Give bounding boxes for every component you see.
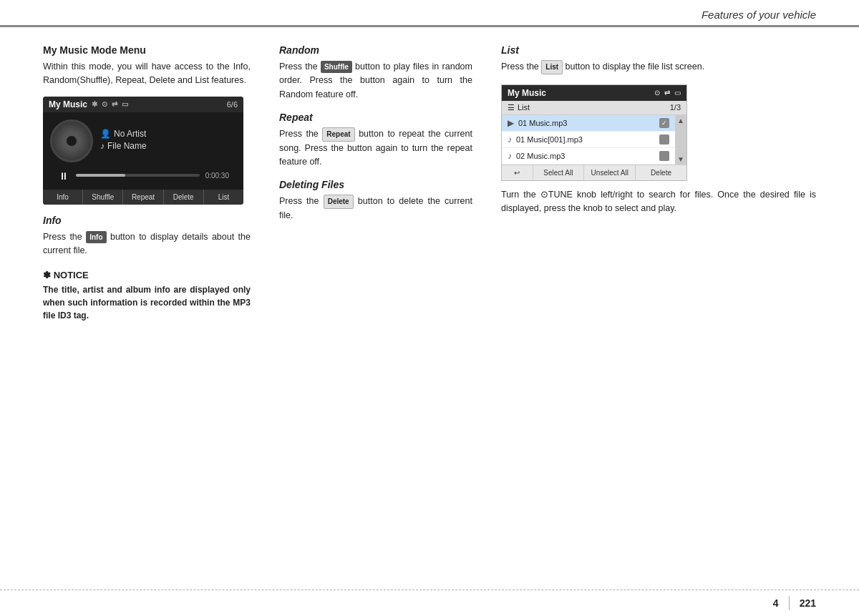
col-right: List Press the List button to display th… bbox=[487, 44, 816, 322]
list-back-btn[interactable]: ↩ bbox=[502, 165, 533, 180]
list-subheader: ☰ List 1/3 bbox=[502, 101, 686, 115]
progress-bar-container bbox=[76, 174, 200, 178]
list-item[interactable]: ♪ 01 Music[001].mp3 bbox=[502, 132, 675, 148]
scroll-down-arrow[interactable]: ▼ bbox=[677, 155, 684, 163]
random-body: Press the Shuffle button to play files i… bbox=[279, 60, 472, 102]
player-album-art bbox=[50, 119, 93, 162]
player-icon-star: ✱ bbox=[92, 100, 97, 108]
random-title: Random bbox=[279, 44, 472, 56]
delete-body: Press the Delete button to delete the cu… bbox=[279, 195, 472, 223]
list-inline-btn: List bbox=[541, 60, 563, 74]
info-text1: Press the bbox=[43, 232, 82, 242]
list-item[interactable]: ♪ 02 Music.mp3 bbox=[502, 148, 675, 165]
info-body: Press the Info button to display details… bbox=[43, 230, 251, 258]
player-filename-row: ♪ File Name bbox=[100, 141, 236, 151]
notice-title-text: NOTICE bbox=[54, 270, 89, 280]
col-left: My Music Mode Menu Within this mode, you… bbox=[43, 44, 265, 322]
random-text1: Press the bbox=[279, 62, 318, 72]
list-header-icons: ⊙ ⇄ ▭ bbox=[654, 89, 681, 97]
player-info: 👤 No Artist ♪ File Name bbox=[100, 129, 236, 153]
header-title: Features of your vehicle bbox=[702, 9, 816, 21]
list-checkbox-1[interactable]: ✓ bbox=[659, 118, 669, 128]
page-header: Features of your vehicle bbox=[0, 0, 859, 27]
footer-page-num: 221 bbox=[800, 597, 816, 609]
list-actions-bar: ↩ Select All Unselect All Delete bbox=[502, 165, 686, 180]
col-mid: Random Press the Shuffle button to play … bbox=[265, 44, 487, 322]
list-text2: button to display the file list screen. bbox=[566, 62, 705, 72]
info-section: Info Press the Info button to display de… bbox=[43, 215, 251, 258]
delete-section: Deleting Files Press the Delete button t… bbox=[279, 179, 472, 223]
player-album-inner bbox=[67, 136, 77, 146]
notice-title: ✽ NOTICE bbox=[43, 270, 251, 280]
play-pause-btn[interactable]: ⏸ bbox=[57, 170, 70, 182]
list-section: List Press the List button to display th… bbox=[501, 44, 816, 74]
list-header-title: My Music bbox=[508, 88, 546, 98]
player-btn-shuffle[interactable]: Shuffle bbox=[83, 190, 123, 205]
list-page-indicator: 1/3 bbox=[670, 103, 681, 112]
list-icon-shuffle: ⇄ bbox=[664, 89, 670, 97]
list-item-text-3: 02 Music.mp3 bbox=[516, 152, 655, 160]
player-icon-shuffle: ⇄ bbox=[112, 100, 117, 108]
list-item[interactable]: ▶ 01 Music.mp3 ✓ bbox=[502, 115, 675, 132]
player-body: 👤 No Artist ♪ File Name bbox=[43, 112, 243, 167]
player-time: 0:00:30 bbox=[205, 172, 229, 180]
list-header: My Music ⊙ ⇄ ▭ bbox=[502, 85, 686, 101]
player-header-left: My Music ✱ ⊙ ⇄ ▭ bbox=[49, 99, 128, 109]
list-subheader-label: List bbox=[518, 103, 530, 112]
notice-text: The title, artist and album info are dis… bbox=[43, 283, 251, 322]
player-artist-row: 👤 No Artist bbox=[100, 129, 236, 139]
shuffle-inline-btn: Shuffle bbox=[321, 61, 352, 74]
repeat-text1: Press the bbox=[279, 129, 319, 139]
footer-page: 4 221 bbox=[773, 596, 816, 610]
list-delete-btn[interactable]: Delete bbox=[636, 165, 686, 180]
list-item-text-2: 01 Music[001].mp3 bbox=[516, 135, 655, 144]
player-filename: File Name bbox=[107, 141, 147, 151]
player-controls-row: ⏸ 0:00:30 bbox=[50, 167, 236, 185]
list-icon-repeat: ▭ bbox=[674, 89, 681, 97]
player-progress-area: ⏸ 0:00:30 bbox=[43, 167, 243, 190]
repeat-title: Repeat bbox=[279, 112, 472, 123]
player-icon-circle: ⊙ bbox=[102, 100, 107, 108]
player-btn-repeat[interactable]: Repeat bbox=[123, 190, 163, 205]
play-icon: ▶ bbox=[508, 118, 514, 128]
list-checkbox-2[interactable] bbox=[659, 135, 669, 145]
list-checkbox-3[interactable] bbox=[659, 151, 669, 161]
main-content: My Music Mode Menu Within this mode, you… bbox=[0, 27, 859, 336]
player-btn-list[interactable]: List bbox=[204, 190, 243, 205]
list-subheader-left: ☰ List bbox=[508, 103, 530, 112]
notice-box: ✽ NOTICE The title, artist and album inf… bbox=[43, 270, 251, 322]
player-btn-delete[interactable]: Delete bbox=[164, 190, 204, 205]
info-title: Info bbox=[43, 215, 251, 226]
my-music-body: Within this mode, you will have access t… bbox=[43, 60, 251, 88]
list-title: List bbox=[501, 44, 816, 56]
progress-bar-bg bbox=[76, 174, 200, 177]
list-screenshot: My Music ⊙ ⇄ ▭ ☰ List 1/3 ▶ 01 Music.mp3 bbox=[501, 84, 687, 181]
list-item-text-1: 01 Music.mp3 bbox=[518, 119, 655, 127]
list-unselect-all-btn[interactable]: Unselect All bbox=[584, 165, 636, 180]
player-header: My Music ✱ ⊙ ⇄ ▭ 6/6 bbox=[43, 97, 243, 112]
music-icon-3: ♪ bbox=[508, 151, 512, 161]
player-btn-info[interactable]: Info bbox=[43, 190, 83, 205]
list-text1: Press the bbox=[501, 62, 539, 72]
notice-symbol: ✽ bbox=[43, 270, 54, 280]
repeat-inline-btn: Repeat bbox=[322, 127, 354, 142]
delete-text1: Press the bbox=[279, 196, 319, 206]
player-title: My Music bbox=[49, 99, 87, 109]
random-section: Random Press the Shuffle button to play … bbox=[279, 44, 472, 102]
artist-icon: 👤 bbox=[100, 129, 111, 139]
list-select-all-btn[interactable]: Select All bbox=[533, 165, 585, 180]
footer-divider bbox=[789, 596, 790, 610]
list-items-container: ▶ 01 Music.mp3 ✓ ♪ 01 Music[001].mp3 ♪ 0… bbox=[502, 115, 686, 165]
player-icon-repeat: ▭ bbox=[122, 100, 128, 108]
music-icon-2: ♪ bbox=[508, 135, 512, 145]
player-screenshot: My Music ✱ ⊙ ⇄ ▭ 6/6 👤 No Artist bbox=[43, 97, 243, 205]
progress-bar-fill bbox=[76, 174, 125, 177]
tune-text: Turn the ⊙TUNE knob left/right to search… bbox=[501, 188, 816, 216]
my-music-title: My Music Mode Menu bbox=[43, 44, 251, 56]
repeat-body: Press the Repeat button to repeat the cu… bbox=[279, 127, 472, 169]
info-inline-btn: Info bbox=[86, 231, 106, 244]
list-menu-icon: ☰ bbox=[508, 103, 515, 112]
scroll-up-arrow[interactable]: ▲ bbox=[677, 117, 684, 124]
player-track-count: 6/6 bbox=[227, 100, 238, 109]
list-body: Press the List button to display the fil… bbox=[501, 60, 816, 74]
